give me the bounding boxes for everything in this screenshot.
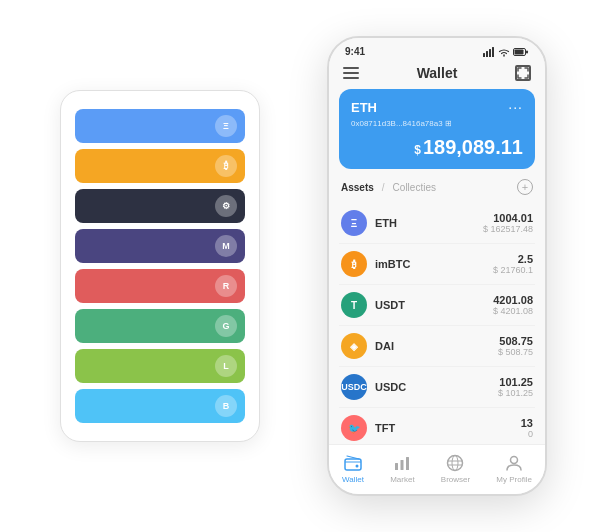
svg-point-13 xyxy=(452,456,458,471)
card-item-1[interactable]: Ξ xyxy=(75,109,245,143)
card-item-4[interactable]: M xyxy=(75,229,245,263)
eth-label: ETH xyxy=(351,100,377,115)
usdc-icon: USDC xyxy=(341,374,367,400)
eth-amounts: 1004.01 $ 162517.48 xyxy=(483,212,533,234)
tft-amount: 13 xyxy=(521,417,533,429)
asset-row-dai[interactable]: ◈ DAI 508.75 $ 508.75 xyxy=(339,326,535,367)
card-dot-5: R xyxy=(215,275,237,297)
usdt-usd: $ 4201.08 xyxy=(493,306,533,316)
card-item-8[interactable]: B xyxy=(75,389,245,423)
page-title: Wallet xyxy=(417,65,458,81)
svg-rect-11 xyxy=(406,457,409,470)
time-display: 9:41 xyxy=(345,46,365,57)
browser-nav-label: Browser xyxy=(441,475,470,484)
svg-rect-0 xyxy=(483,53,485,57)
asset-row-usdc[interactable]: USDC USDC 101.25 $ 101.25 xyxy=(339,367,535,408)
asset-row-usdt[interactable]: T USDT 4201.08 $ 4201.08 xyxy=(339,285,535,326)
assets-tabs: Assets / Collecties xyxy=(341,182,436,193)
card-dot-2: ₿ xyxy=(215,155,237,177)
asset-row-eth[interactable]: Ξ ETH 1004.01 $ 162517.48 xyxy=(339,203,535,244)
card-item-2[interactable]: ₿ xyxy=(75,149,245,183)
imbtc-usd: $ 21760.1 xyxy=(493,265,533,275)
svg-rect-3 xyxy=(492,47,494,57)
tft-usd: 0 xyxy=(521,429,533,439)
dai-name: DAI xyxy=(375,340,498,352)
card-item-6[interactable]: G xyxy=(75,309,245,343)
svg-rect-9 xyxy=(395,463,398,470)
usdt-amounts: 4201.08 $ 4201.08 xyxy=(493,294,533,316)
card-dot-8: B xyxy=(215,395,237,417)
svg-rect-6 xyxy=(515,49,524,54)
phone-mockup: 9:41 xyxy=(327,36,547,496)
bottom-nav: Wallet Market xyxy=(329,444,545,494)
usdc-name: USDC xyxy=(375,381,498,393)
eth-usd: $ 162517.48 xyxy=(483,224,533,234)
usdc-amounts: 101.25 $ 101.25 xyxy=(498,376,533,398)
nav-item-wallet[interactable]: Wallet xyxy=(342,453,364,484)
eth-icon: Ξ xyxy=(341,210,367,236)
svg-point-16 xyxy=(511,457,518,464)
asset-list: Ξ ETH 1004.01 $ 162517.48 ₿ imBTC 2.5 $ … xyxy=(329,203,545,444)
eth-amount: 1004.01 xyxy=(483,212,533,224)
eth-name: ETH xyxy=(375,217,483,229)
market-nav-icon xyxy=(392,453,412,473)
imbtc-amounts: 2.5 $ 21760.1 xyxy=(493,253,533,275)
expand-icon[interactable] xyxy=(515,65,531,81)
tab-collectibles[interactable]: Collecties xyxy=(393,182,436,193)
svg-rect-2 xyxy=(489,49,491,57)
usdc-amount: 101.25 xyxy=(498,376,533,388)
add-asset-button[interactable]: + xyxy=(517,179,533,195)
phone-header: Wallet xyxy=(329,61,545,89)
svg-rect-5 xyxy=(526,50,528,53)
card-item-3[interactable]: ⚙ xyxy=(75,189,245,223)
dai-amounts: 508.75 $ 508.75 xyxy=(498,335,533,357)
eth-wallet-card[interactable]: ETH ··· 0x08711d3B...8416a78a3 ⊞ $189,08… xyxy=(339,89,535,169)
asset-row-imbtc[interactable]: ₿ imBTC 2.5 $ 21760.1 xyxy=(339,244,535,285)
card-dot-3: ⚙ xyxy=(215,195,237,217)
card-dot-1: Ξ xyxy=(215,115,237,137)
nav-item-profile[interactable]: My Profile xyxy=(496,453,532,484)
profile-nav-label: My Profile xyxy=(496,475,532,484)
eth-card-header: ETH ··· xyxy=(351,99,523,115)
nav-item-browser[interactable]: Browser xyxy=(441,453,470,484)
eth-address: 0x08711d3B...8416a78a3 ⊞ xyxy=(351,119,523,128)
card-item-7[interactable]: L xyxy=(75,349,245,383)
status-icons xyxy=(483,47,529,57)
profile-nav-icon xyxy=(504,453,524,473)
usdt-icon: T xyxy=(341,292,367,318)
market-nav-label: Market xyxy=(390,475,414,484)
usdt-name: USDT xyxy=(375,299,493,311)
card-stack: Ξ ₿ ⚙ M R G L B xyxy=(60,90,260,442)
signal-icon xyxy=(483,47,495,57)
card-dot-7: L xyxy=(215,355,237,377)
card-item-5[interactable]: R xyxy=(75,269,245,303)
imbtc-icon: ₿ xyxy=(341,251,367,277)
svg-rect-7 xyxy=(345,459,361,470)
imbtc-name: imBTC xyxy=(375,258,493,270)
tab-divider: / xyxy=(382,182,385,193)
menu-icon[interactable] xyxy=(343,67,359,79)
dai-icon: ◈ xyxy=(341,333,367,359)
usdc-usd: $ 101.25 xyxy=(498,388,533,398)
dai-usd: $ 508.75 xyxy=(498,347,533,357)
browser-nav-icon xyxy=(445,453,465,473)
tft-icon: 🐦 xyxy=(341,415,367,441)
tab-assets[interactable]: Assets xyxy=(341,182,374,193)
svg-point-12 xyxy=(448,456,463,471)
tft-amounts: 13 0 xyxy=(521,417,533,439)
eth-more-button[interactable]: ··· xyxy=(508,99,523,115)
imbtc-amount: 2.5 xyxy=(493,253,533,265)
asset-row-tft[interactable]: 🐦 TFT 13 0 xyxy=(339,408,535,444)
assets-header: Assets / Collecties + xyxy=(329,179,545,203)
usdt-amount: 4201.08 xyxy=(493,294,533,306)
svg-rect-10 xyxy=(401,460,404,470)
dai-amount: 508.75 xyxy=(498,335,533,347)
svg-rect-1 xyxy=(486,51,488,57)
wallet-nav-icon xyxy=(343,453,363,473)
card-dot-4: M xyxy=(215,235,237,257)
svg-point-8 xyxy=(356,465,359,468)
card-dot-6: G xyxy=(215,315,237,337)
nav-item-market[interactable]: Market xyxy=(390,453,414,484)
wallet-nav-label: Wallet xyxy=(342,475,364,484)
eth-balance: $189,089.11 xyxy=(351,136,523,159)
